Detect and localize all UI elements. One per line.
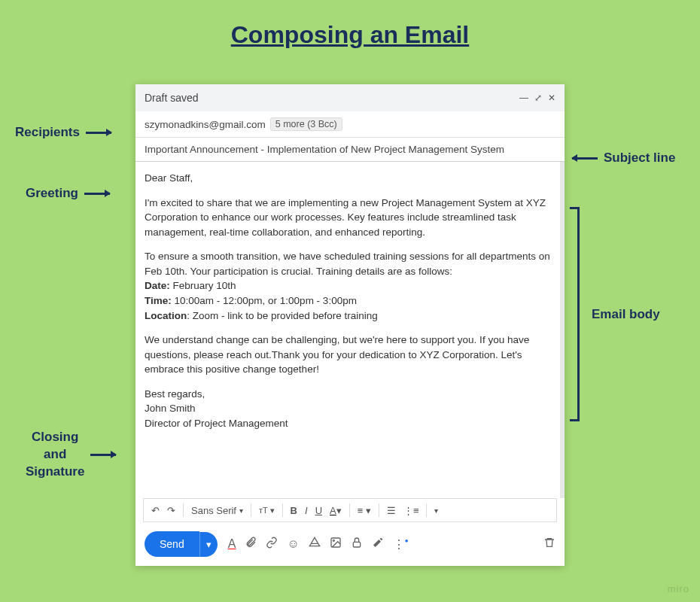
redo-icon[interactable]: ↷ — [167, 505, 175, 516]
training-location: Location: Zoom - link to be provided bef… — [145, 309, 551, 324]
compose-window: Draft saved — ⤢ ✕ szymonadkins@gmail.com… — [135, 84, 565, 566]
bottom-actions: Send ▾ A ☺ ⋮● — [135, 522, 565, 566]
underline-icon[interactable]: U — [315, 505, 322, 516]
annotation-recipients: Recipients — [15, 125, 111, 140]
training-date: Date: February 10th — [145, 278, 551, 293]
compose-header: Draft saved — ⤢ ✕ — [135, 84, 565, 111]
divider — [183, 503, 184, 517]
annotation-body-label: Email body — [592, 307, 660, 322]
align-icon[interactable]: ≡ ▾ — [358, 505, 371, 516]
bullet-list-icon[interactable]: ⋮≡ — [403, 505, 419, 516]
body-para2-intro: To ensure a smooth transition, we have s… — [145, 249, 551, 278]
email-body[interactable]: Dear Staff, I'm excited to share that we… — [135, 162, 565, 498]
more-formatting-icon[interactable]: ▾ — [434, 506, 438, 515]
annotation-closing: Closing and Signature — [26, 429, 116, 481]
arrow-icon — [90, 454, 116, 456]
annotation-recipients-label: Recipients — [15, 125, 80, 140]
page-title: Composing an Email — [0, 0, 700, 49]
greeting-text: Dear Staff, — [145, 171, 551, 186]
signoff: Best regards, — [145, 387, 551, 402]
drive-icon[interactable] — [309, 537, 321, 552]
send-dropdown[interactable]: ▾ — [199, 532, 218, 557]
formatting-toolbar: ↶ ↷ Sans Serif ▾ тT ▾ B I U A ▾ ≡ ▾ ☰ ⋮≡… — [143, 498, 557, 522]
chevron-down-icon: ▾ — [239, 506, 243, 515]
recipient-email: szymonadkins@gmail.com — [145, 119, 266, 130]
annotation-body: Email body — [592, 307, 660, 322]
svg-rect-2 — [353, 542, 360, 547]
trash-icon[interactable] — [543, 537, 555, 552]
minimize-icon[interactable]: — — [519, 93, 528, 103]
annotation-subject: Subject line — [572, 150, 675, 166]
send-button[interactable]: Send — [145, 531, 199, 557]
font-selector[interactable]: Sans Serif ▾ — [191, 505, 243, 516]
confidential-icon[interactable] — [351, 537, 363, 552]
close-icon[interactable]: ✕ — [548, 93, 555, 103]
numbered-list-icon[interactable]: ☰ — [387, 505, 396, 516]
subject-field[interactable]: Important Announcement - Implementation … — [135, 138, 565, 162]
arrow-icon — [86, 132, 111, 134]
draft-status: Draft saved — [145, 92, 199, 104]
divider — [379, 503, 379, 517]
annotation-closing-label: Closing and Signature — [26, 429, 84, 481]
recipients-field[interactable]: szymonadkins@gmail.com 5 more (3 Bcc) — [135, 111, 565, 138]
divider — [426, 503, 427, 517]
divider — [282, 503, 283, 517]
svg-point-1 — [333, 540, 334, 541]
sender-name: John Smith — [145, 401, 551, 416]
image-icon[interactable] — [330, 537, 342, 552]
pen-icon[interactable] — [372, 537, 384, 552]
sender-title: Director of Project Management — [145, 416, 551, 431]
more-icon[interactable]: ⋮● — [393, 537, 409, 552]
recipient-more-badge[interactable]: 5 more (3 Bcc) — [270, 117, 342, 131]
link-icon[interactable] — [266, 537, 278, 552]
bracket-icon — [572, 207, 580, 421]
expand-icon[interactable]: ⤢ — [534, 93, 542, 103]
text-size-icon[interactable]: тT ▾ — [259, 506, 275, 515]
format-icon[interactable]: A — [228, 537, 236, 551]
bold-icon[interactable]: B — [291, 505, 297, 516]
attach-icon[interactable] — [245, 537, 257, 552]
arrow-icon — [572, 157, 598, 160]
italic-icon[interactable]: I — [305, 505, 308, 516]
training-time: Time: 10:00am - 12:00pm, or 1:00pm - 3:0… — [145, 293, 551, 309]
body-para1: I'm excited to share that we are impleme… — [145, 196, 551, 240]
arrow-icon — [84, 193, 110, 195]
divider — [349, 503, 350, 517]
body-para3: We understand change can be challenging,… — [145, 333, 551, 377]
annotation-subject-label: Subject line — [604, 150, 675, 166]
text-color-icon[interactable]: A ▾ — [330, 505, 342, 516]
annotation-greeting: Greeting — [26, 186, 110, 201]
miro-watermark: miro — [668, 583, 689, 594]
annotation-greeting-label: Greeting — [26, 186, 78, 201]
emoji-icon[interactable]: ☺ — [287, 537, 299, 551]
undo-icon[interactable]: ↶ — [151, 505, 160, 516]
divider — [251, 503, 251, 517]
